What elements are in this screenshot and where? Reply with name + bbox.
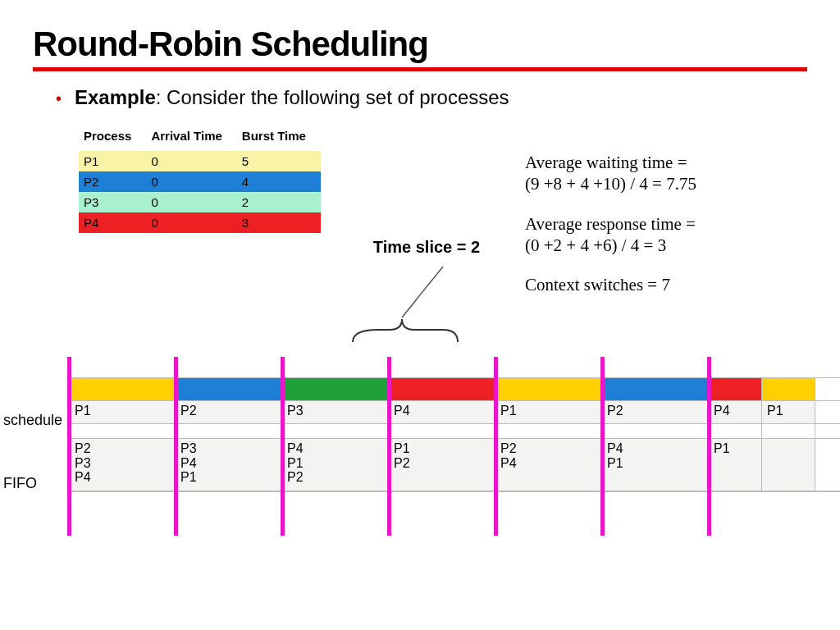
gantt-cell: P3P4P1 xyxy=(176,439,282,491)
gantt-cell xyxy=(69,424,176,438)
gantt-cell xyxy=(495,378,602,400)
ptable-cell: 0 xyxy=(146,151,236,171)
gantt-cell xyxy=(389,424,495,438)
context-switch-bar xyxy=(67,357,71,536)
gantt-cell xyxy=(709,424,762,438)
gantt-cell: P2P4 xyxy=(495,439,602,491)
ptable-cell: 3 xyxy=(237,212,321,233)
ptable-cell: P2 xyxy=(79,171,146,192)
title-underline xyxy=(33,67,807,71)
ptable-cell: P4 xyxy=(79,212,146,233)
gantt-cell: P1 xyxy=(69,401,176,423)
time-slice-label: Time slice = 2 xyxy=(345,238,509,257)
fifo-entry: P1 xyxy=(180,470,197,485)
fifo-entry: P4 xyxy=(75,470,91,485)
gantt-cell xyxy=(709,378,762,400)
gantt-cell: P1 xyxy=(495,401,602,423)
time-slice-callout: Time slice = 2 xyxy=(345,238,509,358)
context-switch-bar xyxy=(707,357,711,536)
fifo-entry: P4 xyxy=(607,441,623,456)
fifo-entry: P1 xyxy=(287,456,304,471)
gantt-cell xyxy=(389,378,495,400)
gantt-cell xyxy=(69,378,176,400)
ptable-row: P403 xyxy=(79,212,321,233)
ptable-row: P105 xyxy=(79,151,321,171)
ptable-cell: 2 xyxy=(237,192,321,212)
gantt-cell: P1 xyxy=(709,439,762,491)
gantt-cell: P4P1P2 xyxy=(282,439,389,491)
ptable-cell: 5 xyxy=(237,151,321,171)
schedule-label: schedule xyxy=(3,412,62,429)
fifo-label: FIFO xyxy=(3,475,62,492)
fifo-entry: P4 xyxy=(287,441,304,456)
art-label: Average response time = xyxy=(525,214,696,234)
context-switches: Context switches = 7 xyxy=(525,274,696,295)
ptable-row: P204 xyxy=(79,171,321,192)
gantt-cell xyxy=(282,378,389,400)
gantt-cell xyxy=(762,378,815,400)
context-switch-bar xyxy=(494,357,498,536)
avg-response-time: Average response time = (0 +2 + 4 +6) / … xyxy=(525,213,696,257)
gantt-cell xyxy=(176,378,282,400)
fifo-entry: P2 xyxy=(500,441,517,456)
brace-icon xyxy=(345,260,509,358)
gantt-cell: P4 xyxy=(709,401,762,423)
awt-label: Average waiting time = xyxy=(525,153,687,172)
ptable-cell: 0 xyxy=(146,192,236,212)
metrics-block: Average waiting time = (9 +8 + 4 +10) / … xyxy=(525,152,696,313)
ptable-cell: 0 xyxy=(146,171,236,192)
ptable-cell: P1 xyxy=(79,151,146,171)
gantt-schedule-row: P1P2P3P4P1P2P4P1 xyxy=(69,401,840,424)
gantt-cell xyxy=(176,424,282,438)
bullet-icon: • xyxy=(56,89,62,108)
gantt-cell: P1P2 xyxy=(389,439,495,491)
fifo-entry: P4 xyxy=(500,456,517,471)
ptable-cell: 4 xyxy=(237,171,321,192)
context-switch-bar xyxy=(387,357,391,536)
ptable-header: Arrival Time xyxy=(146,126,236,151)
fifo-entry: P4 xyxy=(180,456,197,471)
fifo-entry: P1 xyxy=(714,441,730,456)
fifo-entry: P3 xyxy=(75,456,91,471)
gantt-cell: P4P1 xyxy=(602,439,709,491)
fifo-entry: P3 xyxy=(180,441,197,456)
gantt-cell: P1 xyxy=(762,401,815,423)
gantt-cell: P3 xyxy=(282,401,389,423)
slide-title: Round-Robin Scheduling xyxy=(33,25,807,64)
context-switch-bar xyxy=(281,357,285,536)
context-switch-bar xyxy=(174,357,178,536)
fifo-entry: P2 xyxy=(394,456,410,471)
avg-waiting-time: Average waiting time = (9 +8 + 4 +10) / … xyxy=(525,152,696,195)
art-value: (0 +2 + 4 +6) / 4 = 3 xyxy=(525,235,666,255)
process-table: ProcessArrival TimeBurst Time P105P204P3… xyxy=(79,126,321,233)
awt-value: (9 +8 + 4 +10) / 4 = 7.75 xyxy=(525,174,696,194)
gantt-cell xyxy=(602,378,709,400)
context-switch-bar xyxy=(600,357,605,536)
bullet-text: Example: Consider the following set of p… xyxy=(75,86,509,109)
ptable-header: Process xyxy=(79,126,146,151)
gantt-fifo-row: P2P3P4P3P4P1P4P1P2P1P2P2P4P4P1P1 xyxy=(69,439,840,491)
fifo-entry: P2 xyxy=(75,441,91,456)
gantt-chart: schedule FIFO P1P2P3P4P1P2P4P1 P2P3P4P3P… xyxy=(0,377,840,492)
bullet-rest: : Consider the following set of processe… xyxy=(156,86,509,108)
gantt-spacer-row xyxy=(69,424,840,439)
ptable-cell: 0 xyxy=(146,212,236,233)
gantt-color-row xyxy=(69,378,840,401)
fifo-entry: P2 xyxy=(287,470,304,485)
ptable-cell: P3 xyxy=(79,192,146,212)
bullet-row: • Example: Consider the following set of… xyxy=(33,86,807,109)
fifo-entry: P1 xyxy=(607,456,623,471)
gantt-cell xyxy=(602,424,709,438)
ptable-header: Burst Time xyxy=(237,126,321,151)
gantt-cell xyxy=(762,439,815,491)
gantt-cell xyxy=(762,424,815,438)
gantt-cell: P2 xyxy=(176,401,282,423)
gantt-cell: P2P3P4 xyxy=(69,439,176,491)
fifo-entry: P1 xyxy=(394,441,410,456)
gantt-cell xyxy=(495,424,602,438)
gantt-cell: P2 xyxy=(602,401,709,423)
gantt-cell xyxy=(282,424,389,438)
gantt-cell: P4 xyxy=(389,401,495,423)
bullet-bold: Example xyxy=(75,86,156,108)
ptable-row: P302 xyxy=(79,192,321,212)
